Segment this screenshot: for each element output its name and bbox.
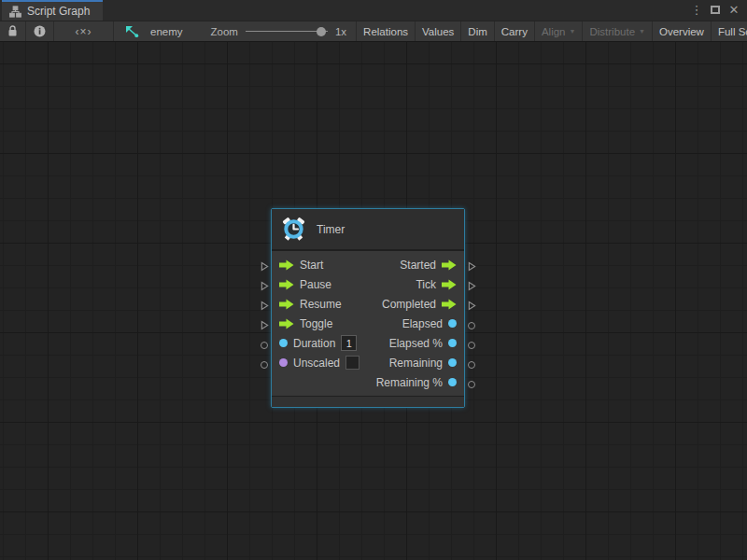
zoom-value: 1x — [335, 26, 346, 37]
external-value-port[interactable] — [465, 315, 478, 335]
node-body: Start Started Pause Tick — [272, 251, 464, 396]
flow-arrow-icon — [279, 299, 294, 310]
input-value-port-duration[interactable]: Duration — [279, 335, 357, 351]
lock-icon — [7, 25, 18, 37]
value-dot-icon — [448, 358, 457, 367]
input-flow-port-pause[interactable]: Pause — [279, 278, 331, 291]
alarm-clock-icon — [281, 217, 306, 242]
maximize-icon[interactable] — [708, 1, 723, 20]
port-row: Remaining % — [272, 372, 464, 392]
external-flow-port[interactable] — [258, 257, 271, 276]
graph-name: enemy — [150, 26, 183, 37]
dim-button[interactable]: Dim — [461, 21, 494, 41]
input-flow-port-toggle[interactable]: Toggle — [279, 317, 332, 330]
port-row: Toggle Elapsed — [272, 314, 464, 333]
external-value-port[interactable] — [258, 335, 271, 355]
graph-asset-icon — [125, 25, 139, 38]
titlebar: Script Graph ⋮ ✕ — [0, 0, 747, 21]
external-flow-port[interactable] — [258, 315, 271, 335]
relations-button[interactable]: Relations — [357, 21, 416, 41]
port-row: Duration Elapsed % — [272, 333, 464, 353]
info-icon — [34, 25, 46, 37]
value-dot-icon — [448, 378, 457, 386]
close-icon[interactable]: ✕ — [726, 1, 741, 20]
code-view-button[interactable]: ‹×› — [54, 21, 114, 41]
flow-arrow-icon — [279, 279, 294, 290]
chevron-down-icon: ▼ — [570, 28, 576, 35]
value-dot-icon — [448, 319, 457, 328]
node-title: Timer — [317, 223, 345, 236]
zoom-section: Zoom 1x — [196, 21, 358, 41]
external-flow-port[interactable] — [258, 296, 271, 315]
toolbar: ‹×› enemy Zoom 1x Relations Values Dim C… — [0, 21, 747, 42]
external-value-port[interactable] — [258, 355, 271, 374]
value-dot-icon — [279, 358, 288, 367]
external-value-port[interactable] — [465, 335, 478, 355]
graph-canvas[interactable]: Timer Start Started — [0, 42, 747, 560]
external-flow-port[interactable] — [465, 276, 478, 296]
tab-script-graph[interactable]: Script Graph — [2, 0, 103, 21]
window-controls: ⋮ ✕ — [689, 0, 747, 21]
flow-arrow-icon — [442, 259, 457, 271]
graph-breadcrumb[interactable]: enemy — [114, 21, 196, 41]
flow-arrow-icon — [279, 259, 294, 271]
external-ports-left — [258, 208, 271, 374]
port-row: Unscaled Remaining — [272, 353, 464, 372]
input-flow-port-resume[interactable]: Resume — [279, 298, 342, 311]
overview-button[interactable]: Overview — [653, 21, 712, 41]
external-flow-port[interactable] — [465, 257, 478, 276]
external-flow-port[interactable] — [258, 276, 271, 296]
carry-button[interactable]: Carry — [495, 21, 535, 41]
external-value-port[interactable] — [465, 374, 478, 394]
chevron-down-icon: ▼ — [639, 28, 645, 35]
input-value-port-unscaled[interactable]: Unscaled — [279, 356, 359, 370]
zoom-label: Zoom — [211, 26, 238, 37]
timer-node-area: Timer Start Started — [258, 208, 478, 408]
align-dropdown[interactable]: Align ▼ — [535, 21, 584, 41]
script-graph-window: Script Graph ⋮ ✕ ‹×› enemy — [0, 0, 747, 560]
tab-label: Script Graph — [27, 5, 90, 18]
duration-input[interactable] — [341, 335, 357, 351]
zoom-slider-thumb[interactable] — [317, 27, 326, 36]
value-dot-icon — [448, 339, 457, 347]
port-row: Start Started — [272, 255, 464, 274]
distribute-dropdown[interactable]: Distribute ▼ — [583, 21, 653, 41]
graph-hierarchy-icon — [9, 6, 21, 18]
toolbar-right-group: Relations Values Dim Carry Align ▼ Distr… — [357, 21, 747, 41]
values-button[interactable]: Values — [416, 21, 461, 41]
flow-arrow-icon — [442, 299, 457, 310]
node-footer — [272, 396, 464, 407]
output-value-port-elapsed[interactable]: Elapsed — [402, 317, 457, 330]
output-value-port-elapsed-percent[interactable]: Elapsed % — [389, 337, 457, 350]
output-value-port-remaining-percent[interactable]: Remaining % — [376, 376, 457, 389]
info-button[interactable] — [26, 21, 54, 41]
zoom-slider-track — [246, 31, 328, 32]
timer-node-header[interactable]: Timer — [272, 209, 464, 251]
input-flow-port-start[interactable]: Start — [279, 259, 323, 272]
flow-arrow-icon — [279, 318, 294, 329]
zoom-slider[interactable] — [246, 26, 328, 37]
unscaled-checkbox[interactable] — [345, 356, 359, 370]
flow-arrow-icon — [442, 279, 457, 290]
timer-node[interactable]: Timer Start Started — [271, 208, 465, 408]
output-value-port-remaining[interactable]: Remaining — [389, 357, 457, 370]
full-screen-button[interactable]: Full Screen — [712, 21, 747, 41]
output-flow-port-tick[interactable]: Tick — [416, 278, 457, 291]
output-flow-port-completed[interactable]: Completed — [382, 298, 457, 311]
port-row: Resume Completed — [272, 294, 464, 314]
more-options-icon[interactable]: ⋮ — [689, 1, 704, 20]
external-ports-right — [465, 208, 478, 394]
output-flow-port-started[interactable]: Started — [400, 259, 457, 272]
code-icon: ‹×› — [76, 25, 92, 38]
value-dot-icon — [279, 339, 288, 347]
external-flow-port[interactable] — [465, 296, 478, 315]
lock-button[interactable] — [0, 21, 26, 41]
port-row: Pause Tick — [272, 274, 464, 294]
external-value-port[interactable] — [465, 355, 478, 374]
